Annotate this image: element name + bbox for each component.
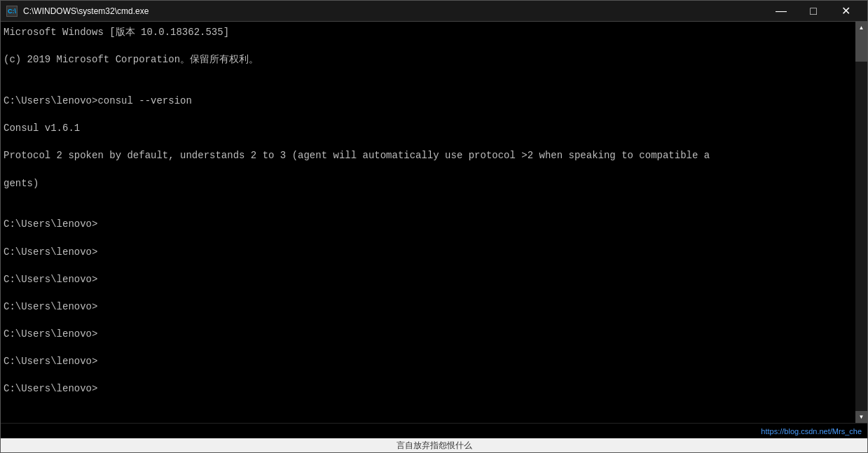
bottom-text: 言自放弃指怨恨什么 [397, 440, 472, 452]
title-bar: C:\ C:\WINDOWS\system32\cmd.exe — □ ✕ [1, 1, 867, 22]
console-output[interactable]: Microsoft Windows [版本 10.0.18362.535] (c… [1, 22, 855, 423]
cmd-icon: C:\ [6, 6, 18, 17]
status-bar: https://blog.csdn.net/Mrs_che [1, 423, 867, 438]
close-button[interactable]: ✕ [829, 1, 862, 22]
scrollbar-thumb[interactable] [855, 34, 867, 62]
cmd-window: C:\ C:\WINDOWS\system32\cmd.exe — □ ✕ Mi… [0, 0, 868, 453]
scrollbar-track[interactable] [855, 34, 867, 411]
bottom-bar: 言自放弃指怨恨什么 [1, 438, 867, 452]
window-controls: — □ ✕ [765, 1, 862, 22]
minimize-button[interactable]: — [765, 1, 797, 22]
console-area: Microsoft Windows [版本 10.0.18362.535] (c… [1, 22, 867, 423]
maximize-button[interactable]: □ [797, 1, 829, 22]
scrollbar-down-button[interactable]: ▼ [855, 411, 867, 423]
scrollbar-up-button[interactable]: ▲ [855, 22, 867, 34]
status-link: https://blog.csdn.net/Mrs_che [761, 427, 862, 435]
scrollbar[interactable]: ▲ ▼ [855, 22, 867, 423]
title-bar-left: C:\ C:\WINDOWS\system32\cmd.exe [6, 6, 149, 17]
window-title: C:\WINDOWS\system32\cmd.exe [23, 6, 149, 16]
